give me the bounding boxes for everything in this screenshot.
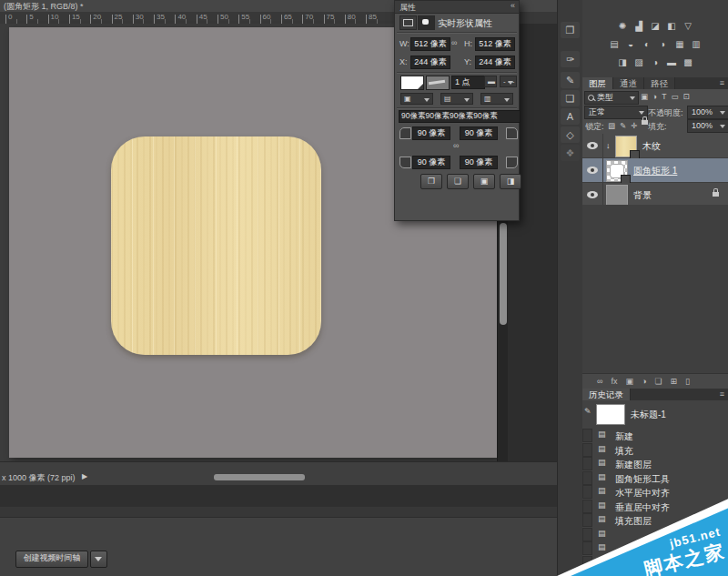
y-input[interactable]: 244 像素 xyxy=(475,56,515,69)
layer-name[interactable]: 圆角矩形 1 xyxy=(633,165,677,177)
history-item[interactable]: ▤新建图层 xyxy=(582,457,728,470)
shape-op-subtract-button[interactable]: ❏ xyxy=(447,174,469,189)
exposure-icon[interactable]: ◧ xyxy=(665,20,678,32)
link-layers-icon[interactable]: ∞ xyxy=(597,375,602,389)
stroke-caps-select[interactable]: ▤ xyxy=(440,93,473,105)
history-menu-icon[interactable]: ≡ xyxy=(720,389,728,400)
stroke-dash-select[interactable]: - - - xyxy=(500,76,517,87)
lock-transparency-icon[interactable]: ▨ xyxy=(608,120,615,131)
collapse-panel-icon[interactable]: « xyxy=(511,1,515,10)
lock-position-icon[interactable]: ✛ xyxy=(631,120,637,131)
levels-icon[interactable]: ▟ xyxy=(632,20,645,32)
fill-color-swatch[interactable] xyxy=(400,76,424,90)
wood-rounded-rectangle[interactable] xyxy=(111,136,321,355)
history-snapshot-row[interactable]: ✎ 未标题-1 xyxy=(582,402,728,426)
layer-visibility-toggle[interactable] xyxy=(582,158,603,182)
layer-filter-select[interactable]: 类型 xyxy=(584,91,639,105)
tab-paths[interactable]: 路径 xyxy=(644,77,675,89)
gradient-map-icon[interactable]: ▬ xyxy=(665,56,678,68)
history-item[interactable]: ▤圆角矩形工具 xyxy=(582,471,728,485)
black-white-icon[interactable]: ◐ xyxy=(641,38,653,50)
hue-saturation-icon[interactable]: ▤ xyxy=(608,38,621,50)
vibrance-icon[interactable]: ▽ xyxy=(682,20,694,32)
opacity-input[interactable]: 100% xyxy=(687,106,728,119)
layer-style-icon[interactable]: fx xyxy=(611,375,617,389)
filter-pixel-layers-icon[interactable]: ▣ xyxy=(641,91,648,102)
timeline-mode-dropdown[interactable] xyxy=(90,551,107,568)
selective-color-icon[interactable]: ▩ xyxy=(682,56,694,68)
fill-input[interactable]: 100% xyxy=(687,119,728,133)
tab-channels[interactable]: 通道 xyxy=(613,77,644,89)
layer-thumbnail[interactable] xyxy=(606,160,628,182)
filter-type-layers-icon[interactable]: T xyxy=(662,91,666,102)
styles-icon[interactable]: ❏ xyxy=(561,90,580,106)
layer-name[interactable]: 木纹 xyxy=(642,140,661,153)
horizontal-scrollbar-thumb[interactable] xyxy=(214,474,305,480)
stroke-type-select[interactable]: ▬ xyxy=(484,76,497,87)
threshold-icon[interactable]: ◑ xyxy=(649,56,662,68)
tab-history[interactable]: 历史记录 xyxy=(582,389,631,400)
x-input[interactable]: 244 像素 xyxy=(410,56,450,69)
layer-row[interactable]: ↓木纹 xyxy=(582,134,728,158)
tab-layers[interactable]: 图层 xyxy=(582,77,613,89)
shape-op-exclude-button[interactable]: ◨ xyxy=(500,174,521,189)
color-lookup-icon[interactable]: ▥ xyxy=(690,38,703,50)
3d-icon[interactable]: ◇ xyxy=(561,126,580,143)
properties-tab[interactable]: 属性 xyxy=(399,2,416,14)
properties-header[interactable]: 属性 « xyxy=(395,1,519,14)
brightness-contrast-icon[interactable]: ✺ xyxy=(616,20,629,32)
new-layer-icon[interactable]: ⊞ xyxy=(670,375,677,389)
create-video-timeline-button[interactable]: 创建视频时间轴 xyxy=(15,551,88,568)
height-input[interactable]: 512 像素 xyxy=(475,37,515,51)
layer-row[interactable]: 圆角矩形 1 xyxy=(582,158,728,183)
shape-op-combine-button[interactable]: ❐ xyxy=(420,174,442,189)
photo-filter-icon[interactable]: ◗ xyxy=(657,38,670,50)
history-item[interactable]: ▤填充 xyxy=(582,443,728,457)
layer-row[interactable]: 背景 xyxy=(582,183,728,207)
filter-adjustment-layers-icon[interactable]: ◑ xyxy=(652,91,657,102)
filter-smart-objects-icon[interactable]: ⊡ xyxy=(682,91,689,102)
width-input[interactable]: 512 像素 xyxy=(410,37,450,51)
stroke-corners-select[interactable]: ▥ xyxy=(480,93,513,105)
notes-icon[interactable]: ❖ xyxy=(561,145,580,161)
character-icon[interactable]: A xyxy=(561,108,580,125)
layers-menu-icon[interactable]: ≡ xyxy=(720,77,728,89)
history-item[interactable]: ▤新建 xyxy=(582,429,728,442)
radius-bottom-left-input[interactable]: 90 像素 xyxy=(412,156,450,169)
history-brush-source-toggle[interactable] xyxy=(582,471,592,485)
color-balance-icon[interactable]: ◒ xyxy=(624,38,637,50)
radius-top-right-input[interactable]: 90 像素 xyxy=(460,126,498,140)
history-brush-source-toggle[interactable] xyxy=(582,429,592,442)
curves-icon[interactable]: ◪ xyxy=(649,20,662,32)
lock-pixels-icon[interactable]: ✎ xyxy=(620,120,626,131)
history-brush-source-icon[interactable]: ✎ xyxy=(584,407,592,416)
posterize-icon[interactable]: ▨ xyxy=(632,56,645,68)
layer-visibility-toggle[interactable] xyxy=(582,134,603,157)
blend-mode-select[interactable]: 正常 xyxy=(584,106,648,119)
snapshot-thumbnail[interactable] xyxy=(596,404,625,425)
layer-name[interactable]: 背景 xyxy=(633,189,652,202)
status-menu-arrow-icon[interactable]: ▶ xyxy=(82,472,87,480)
channel-mixer-icon[interactable]: ▦ xyxy=(673,38,686,50)
brush-icon[interactable]: ✎ xyxy=(561,72,580,88)
vertical-scrollbar-thumb[interactable] xyxy=(500,223,507,325)
stroke-color-swatch[interactable] xyxy=(426,76,450,90)
new-adjustment-layer-icon[interactable]: ◑ xyxy=(642,375,646,389)
layer-thumbnail[interactable] xyxy=(606,185,628,207)
history-brush-source-toggle[interactable] xyxy=(582,443,592,457)
stroke-align-select[interactable]: ▣ xyxy=(400,93,433,105)
filter-shape-layers-icon[interactable]: ▭ xyxy=(671,91,678,102)
history-brush-source-toggle[interactable] xyxy=(582,457,592,470)
brush-presets-icon[interactable]: ✑ xyxy=(561,51,580,67)
radius-link-icon[interactable]: ∞ xyxy=(453,141,459,150)
stroke-width-input[interactable]: 1 点 xyxy=(451,76,485,89)
layer-visibility-toggle[interactable] xyxy=(582,183,603,207)
delete-layer-icon[interactable]: ▯ xyxy=(685,375,690,389)
clone-source-icon[interactable]: ❐ xyxy=(561,22,580,38)
wh-link-icon[interactable]: ∞ xyxy=(451,38,457,47)
layer-thumbnail[interactable] xyxy=(615,136,637,157)
radius-top-left-input[interactable]: 90 像素 xyxy=(412,126,450,140)
invert-icon[interactable]: ◨ xyxy=(616,56,629,68)
radius-bottom-right-input[interactable]: 90 像素 xyxy=(460,156,498,169)
shape-op-intersect-button[interactable]: ▣ xyxy=(473,174,495,189)
